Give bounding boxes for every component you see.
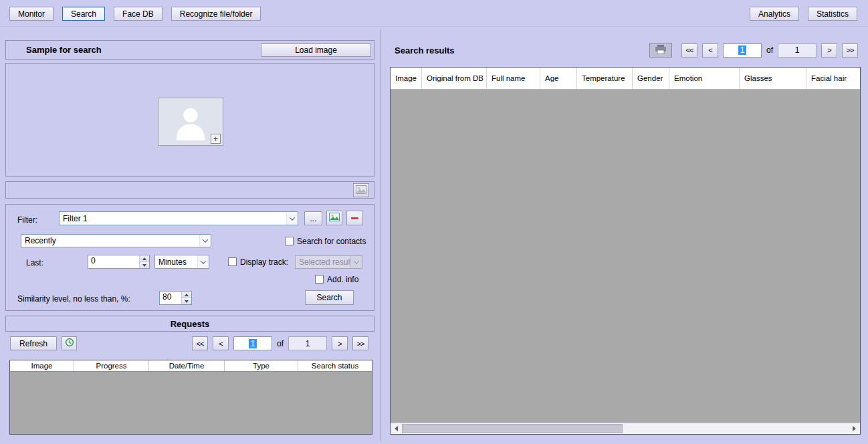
column-header-search-status[interactable]: Search status [298, 360, 372, 371]
toolbar-left-group: Monitor Search Face DB Recognize file/fo… [9, 7, 261, 21]
column-header-original-from-db[interactable]: Original from DB [422, 68, 487, 89]
face-db-tab-button[interactable]: Face DB [114, 7, 162, 21]
column-header-gender[interactable]: Gender [633, 68, 669, 89]
results-header: Search results << < 1 of 1 > >> [387, 41, 863, 59]
last-value-spinner[interactable]: 0 [88, 255, 150, 269]
scrollbar-thumb[interactable] [402, 424, 623, 433]
requests-header: Requests [5, 316, 374, 332]
clock-icon [65, 338, 74, 349]
filter-label: Filter: [17, 215, 37, 225]
toolbar-right-group: Analytics Statistics [750, 7, 857, 21]
similarity-label: Similarity level, no less than, %: [17, 294, 130, 304]
column-header-image[interactable]: Image [391, 68, 422, 89]
search-for-contacts-checkbox[interactable] [285, 237, 294, 245]
sample-image-area: + [5, 63, 374, 177]
spinner-up-icon[interactable] [140, 255, 149, 262]
prev-page-button[interactable]: < [213, 336, 229, 350]
results-title: Search results [395, 45, 455, 56]
column-header-progress[interactable]: Progress [74, 360, 149, 371]
picture-icon [329, 213, 340, 223]
copy-image-icon [356, 185, 366, 196]
statistics-button[interactable]: Statistics [808, 7, 857, 21]
spinner-down-icon[interactable] [182, 298, 191, 304]
next-page-button[interactable]: > [821, 43, 837, 58]
search-filter-box: Filter: Filter 1 ... Recently Search for… [5, 204, 374, 311]
column-header-glasses[interactable]: Glasses [740, 68, 806, 89]
requests-pager: << < 1 of 1 > >> [192, 336, 368, 350]
filter-browse-button[interactable]: ... [304, 211, 322, 225]
top-toolbar: Monitor Search Face DB Recognize file/fo… [0, 0, 868, 27]
last-page-button[interactable]: >> [842, 43, 858, 58]
filter-delete-button[interactable] [346, 211, 363, 225]
prev-page-button[interactable]: < [702, 43, 718, 58]
requests-table-body [10, 372, 372, 434]
copy-image-button[interactable] [353, 183, 369, 197]
page-total-box: 1 [778, 43, 817, 58]
printer-icon [655, 45, 667, 56]
results-table-header: Image Original from DB Full name Age Tem… [391, 68, 860, 90]
load-image-button[interactable]: Load image [261, 43, 371, 57]
print-button[interactable] [649, 43, 672, 58]
panel-splitter[interactable] [380, 29, 381, 441]
page-number-input[interactable]: 1 [723, 43, 762, 58]
add-info-label: Add. info [327, 275, 358, 284]
sample-path-bar [5, 181, 374, 199]
chevron-down-icon [286, 212, 298, 225]
auto-refresh-button[interactable] [62, 336, 77, 350]
spinner-up-icon[interactable] [182, 292, 191, 298]
column-header-age[interactable]: Age [540, 68, 577, 89]
results-pager: << < 1 of 1 > >> [681, 43, 858, 58]
results-table: Image Original from DB Full name Age Tem… [390, 67, 861, 435]
column-header-temperature[interactable]: Temperature [577, 68, 633, 89]
scrollbar-left-icon[interactable] [391, 423, 402, 434]
recognize-file-folder-button[interactable]: Recognize file/folder [171, 7, 261, 21]
pager-of-label: of [277, 339, 284, 348]
scrollbar-right-icon[interactable] [849, 423, 860, 434]
horizontal-scrollbar[interactable] [391, 423, 860, 434]
sample-title: Sample for search [26, 45, 102, 55]
page-total-box: 1 [288, 336, 327, 350]
column-header-facial-hair[interactable]: Facial hair [806, 68, 857, 89]
page-number-input[interactable]: 1 [233, 336, 272, 350]
search-tab-button[interactable]: Search [62, 7, 105, 21]
refresh-button[interactable]: Refresh [10, 336, 57, 350]
chevron-down-icon [199, 235, 211, 247]
analytics-button[interactable]: Analytics [750, 7, 799, 21]
requests-table: Image Progress Date/Time Type Search sta… [9, 360, 372, 435]
search-for-contacts-field: Search for contacts [285, 236, 366, 246]
column-header-image[interactable]: Image [10, 360, 74, 371]
monitor-tab-button[interactable]: Monitor [9, 7, 53, 21]
sample-search-panel: Sample for search Load image + [5, 32, 374, 439]
person-silhouette-icon [171, 102, 210, 142]
filter-select[interactable]: Filter 1 [59, 211, 298, 225]
column-header-datetime[interactable]: Date/Time [149, 360, 225, 371]
add-info-checkbox[interactable] [315, 275, 324, 284]
last-page-button[interactable]: >> [352, 336, 368, 350]
first-page-button[interactable]: << [192, 336, 208, 350]
first-page-button[interactable]: << [681, 43, 697, 58]
requests-table-header: Image Progress Date/Time Type Search sta… [10, 360, 372, 372]
display-track-checkbox[interactable] [228, 257, 237, 266]
column-header-type[interactable]: Type [225, 360, 298, 371]
search-button[interactable]: Search [305, 290, 354, 305]
display-track-field: Display track: [228, 257, 288, 267]
similarity-spinner[interactable]: 80 [159, 291, 192, 305]
sample-for-search-header: Sample for search Load image [5, 40, 374, 60]
track-option-select: Selected result [295, 255, 362, 269]
requests-title: Requests [171, 319, 210, 329]
minus-icon [351, 217, 358, 219]
chevron-down-icon [350, 256, 362, 268]
next-page-button[interactable]: > [332, 336, 348, 350]
column-header-full-name[interactable]: Full name [487, 68, 540, 89]
period-select[interactable]: Recently [21, 234, 211, 247]
add-photo-plus-icon[interactable]: + [211, 134, 221, 144]
time-unit-select[interactable]: Minutes [154, 255, 209, 269]
pager-of-label: of [766, 45, 773, 55]
column-header-emotion[interactable]: Emotion [669, 68, 740, 89]
chevron-down-icon [197, 255, 209, 268]
add-info-field: Add. info [315, 274, 358, 284]
requests-toolbar: Refresh << < 1 of 1 > >> [5, 335, 374, 352]
spinner-down-icon[interactable] [140, 262, 149, 268]
display-track-label: Display track: [240, 257, 288, 267]
filter-save-button[interactable] [326, 211, 342, 225]
